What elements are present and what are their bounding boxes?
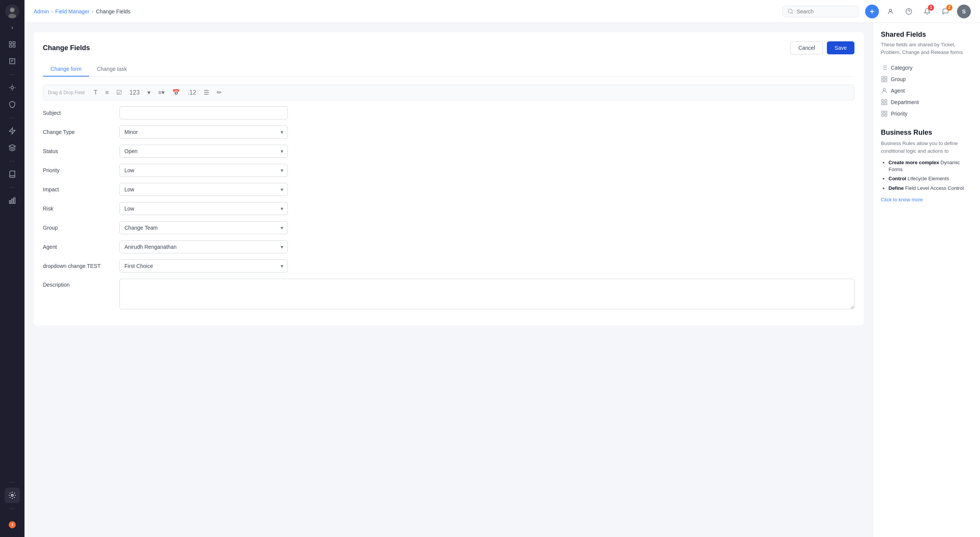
field-input-description	[119, 279, 854, 310]
sidebar-item-bug[interactable]	[5, 80, 20, 95]
user-avatar[interactable]: S	[957, 5, 971, 18]
toolbar-dropdown-icon[interactable]: ▾	[146, 88, 152, 97]
search-icon	[787, 8, 794, 15]
form-panel: Change Fields Cancel Save Change form Ch…	[24, 23, 873, 537]
add-button[interactable]	[865, 5, 879, 18]
field-input-group: Change Team Support Team Dev Team	[119, 221, 288, 234]
shared-field-category[interactable]: Category	[881, 62, 972, 73]
dropdown-test-select[interactable]: First Choice Second Choice Third Choice	[119, 260, 288, 273]
chat-button[interactable]: 2	[939, 5, 952, 18]
sidebar-avatar	[5, 5, 19, 18]
tab-change-task[interactable]: Change task	[89, 62, 135, 77]
sidebar-item-book[interactable]	[5, 166, 20, 182]
field-input-impact: Low Medium High	[119, 183, 288, 196]
field-input-priority: Low Medium High Critical	[119, 164, 288, 177]
sidebar-item-home[interactable]	[5, 37, 20, 52]
impact-select[interactable]: Low Medium High	[119, 183, 288, 196]
svg-point-2	[10, 8, 14, 12]
toolbar-check-icon[interactable]: ☑	[115, 88, 123, 97]
shared-field-group[interactable]: Group	[881, 73, 972, 85]
sidebar-item-analytics[interactable]	[5, 193, 20, 208]
sidebar-dots-3: ···	[9, 157, 15, 165]
svg-rect-11	[11, 199, 13, 204]
flag-icon-priority	[881, 110, 888, 117]
agent-button[interactable]	[884, 5, 897, 18]
notifications-button[interactable]: 1	[920, 5, 934, 18]
search-input[interactable]	[797, 8, 850, 15]
sidebar-dots-4: ···	[9, 183, 15, 191]
status-select[interactable]: Open In Progress Closed	[119, 145, 288, 158]
svg-rect-5	[13, 42, 15, 44]
svg-rect-25	[882, 77, 884, 78]
list-icon-category	[881, 64, 888, 71]
priority-wrapper: Low Medium High Critical	[119, 164, 288, 177]
topnav: Admin › Field Manager › Change Fields 1	[24, 0, 980, 23]
toolbar-text-icon[interactable]: T	[92, 88, 99, 97]
form-header: Change Fields Cancel Save	[43, 41, 854, 54]
svg-rect-6	[10, 45, 12, 47]
sidebar-toggle[interactable]: ›	[8, 23, 17, 32]
cancel-button[interactable]: Cancel	[790, 41, 823, 54]
sidebar-bottom: ··· ··· f	[5, 478, 20, 532]
group-select[interactable]: Change Team Support Team Dev Team	[119, 221, 288, 234]
toolbar-edit-icon[interactable]: ✏	[215, 88, 223, 97]
tabs: Change form Change task	[43, 62, 854, 77]
sidebar-item-lightning[interactable]	[5, 123, 20, 139]
form-card: Change Fields Cancel Save Change form Ch…	[34, 32, 864, 326]
priority-select[interactable]: Low Medium High Critical	[119, 164, 288, 177]
save-button[interactable]: Save	[827, 41, 854, 54]
sidebar-item-tickets[interactable]	[5, 54, 20, 69]
form-header-actions: Cancel Save	[790, 41, 854, 54]
sidebar-item-shield[interactable]	[5, 97, 20, 112]
field-label-dropdown-test: dropdown change TEST	[43, 263, 119, 269]
field-label-description: Description	[43, 279, 119, 288]
svg-rect-30	[882, 100, 884, 101]
svg-rect-27	[885, 80, 887, 82]
shared-field-priority[interactable]: Priority	[881, 108, 972, 119]
toolbar-number-icon[interactable]: 123	[128, 88, 141, 97]
field-row-agent: Agent Anirudh Renganathan John Doe	[43, 240, 854, 253]
toolbar-multiline-icon[interactable]: ☰	[202, 88, 211, 97]
breadcrumb-admin[interactable]: Admin	[34, 8, 49, 15]
field-label-group: Group	[43, 225, 119, 231]
change-type-select[interactable]: Minor Major Standard Emergency	[119, 126, 288, 139]
field-row-change-type: Change Type Minor Major Standard Emergen…	[43, 126, 854, 139]
sidebar-item-layers[interactable]	[5, 140, 20, 155]
sidebar-item-logo[interactable]: f	[5, 517, 20, 532]
shared-field-label-agent: Agent	[891, 88, 905, 94]
shared-field-label-department: Department	[891, 99, 919, 105]
tab-change-form[interactable]: Change form	[43, 62, 89, 77]
risk-select[interactable]: Low Medium High	[119, 202, 288, 215]
breadcrumb-sep-2: ›	[92, 8, 94, 15]
sidebar-item-settings[interactable]	[5, 488, 20, 503]
status-wrapper: Open In Progress Closed	[119, 145, 288, 158]
description-textarea[interactable]	[119, 279, 854, 309]
field-label-subject: Subject	[43, 110, 119, 116]
svg-rect-28	[882, 80, 884, 82]
toolbar-date-icon[interactable]: 📅	[171, 88, 181, 97]
toolbar-align-icon[interactable]: ≡	[104, 88, 110, 97]
help-button[interactable]	[902, 5, 916, 18]
svg-rect-31	[885, 100, 887, 101]
field-row-priority: Priority Low Medium High Critical	[43, 164, 854, 177]
field-row-status: Status Open In Progress Closed	[43, 145, 854, 158]
svg-rect-3	[8, 14, 16, 18]
svg-rect-10	[10, 201, 11, 204]
breadcrumb-field-manager[interactable]: Field Manager	[55, 8, 90, 15]
subject-input[interactable]	[119, 106, 288, 119]
field-input-change-type: Minor Major Standard Emergency	[119, 126, 288, 139]
shared-field-department[interactable]: Department	[881, 96, 972, 108]
field-input-agent: Anirudh Renganathan John Doe	[119, 240, 288, 253]
plus-icon	[869, 8, 875, 15]
breadcrumb: Admin › Field Manager › Change Fields	[34, 8, 776, 15]
sidebar-dots-6: ···	[9, 504, 15, 513]
svg-rect-12	[14, 198, 15, 204]
click-to-know-link[interactable]: Click to know more	[881, 197, 923, 202]
shared-field-agent[interactable]: Agent	[881, 85, 972, 96]
right-panel: Shared Fields These fields are shared by…	[873, 23, 980, 537]
toolbar-decimal-icon[interactable]: .12	[186, 88, 198, 97]
sidebar-dots-2: ···	[9, 114, 15, 122]
toolbar-list-icon[interactable]: ≡▾	[157, 88, 166, 97]
agent-select[interactable]: Anirudh Renganathan John Doe	[119, 240, 288, 253]
search-box[interactable]	[782, 6, 859, 17]
